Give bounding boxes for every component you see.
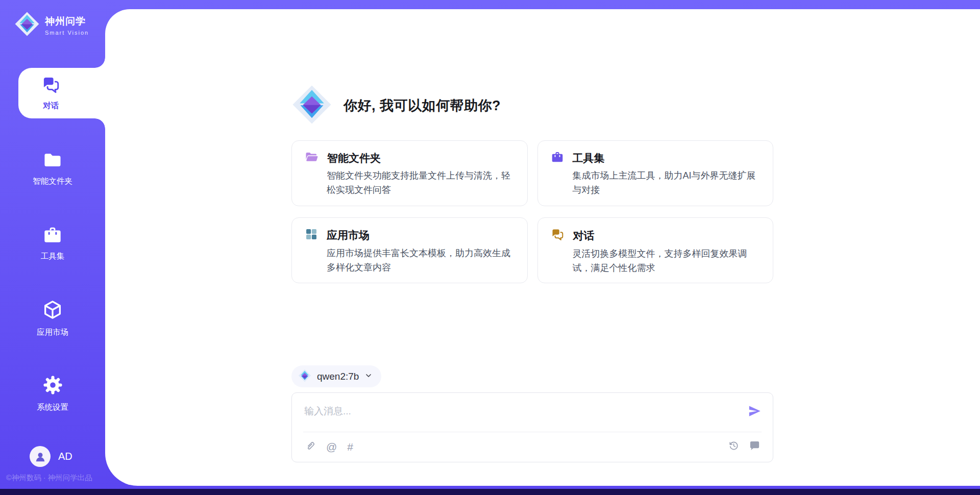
card-description: 智能文件夹功能支持批量文件上传与清洗，轻松实现文件问答 xyxy=(327,168,514,197)
copyright-footer: ©神州数码 · 神州问学出品 xyxy=(6,473,92,483)
sidebar: 神州问学 Smart Vision 对话 智能文件夹 xyxy=(0,0,105,495)
chat-icon xyxy=(551,228,565,243)
user-initials: AD xyxy=(58,451,72,462)
main-panel: 你好, 我可以如何帮助你? 智能文件夹 智能文件夹功能支持批量文件上传与清洗，轻… xyxy=(105,9,980,486)
model-diamond-icon xyxy=(298,369,311,384)
card-chat[interactable]: 对话 灵活切换多模型文件，支持多样回复效果调试，满足个性化需求 xyxy=(537,217,774,283)
chat-icon xyxy=(41,75,61,96)
chat-home-content: 你好, 我可以如何帮助你? 智能文件夹 智能文件夹功能支持批量文件上传与清洗，轻… xyxy=(291,9,773,486)
send-icon[interactable] xyxy=(748,404,762,418)
mention-icon[interactable]: @ xyxy=(326,441,337,453)
app-window: 神州问学 Smart Vision 对话 智能文件夹 xyxy=(0,0,980,495)
model-selector[interactable]: qwen2:7b xyxy=(291,365,381,387)
card-description: 应用市场提供丰富长文本模板，助力高效生成多样化文章内容 xyxy=(327,246,514,275)
sidebar-item-label: 智能文件夹 xyxy=(33,176,72,187)
greeting-block: 你好, 我可以如何帮助你? xyxy=(291,84,501,127)
composer-divider xyxy=(303,432,762,432)
message-composer: @ # xyxy=(291,392,773,462)
feature-cards: 智能文件夹 智能文件夹功能支持批量文件上传与清洗，轻松实现文件问答 xyxy=(291,140,773,283)
chevron-down-icon xyxy=(364,372,373,382)
cube-icon xyxy=(42,299,63,323)
user-profile[interactable]: AD xyxy=(30,446,72,467)
sidebar-item-smart-folder[interactable]: 智能文件夹 xyxy=(0,151,105,187)
card-title: 工具集 xyxy=(573,151,605,165)
card-title: 智能文件夹 xyxy=(327,151,381,165)
grid-icon xyxy=(305,228,318,243)
person-icon xyxy=(34,450,47,463)
sidebar-item-app-market[interactable]: 应用市场 xyxy=(0,299,105,338)
briefcase-icon xyxy=(551,151,564,165)
model-name: qwen2:7b xyxy=(317,371,359,382)
card-toolset[interactable]: 工具集 集成市场上主流工具，助力AI与外界无缝扩展与对接 xyxy=(537,140,774,206)
sidebar-item-label: 对话 xyxy=(43,101,59,111)
folder-open-icon xyxy=(305,151,318,165)
gear-icon xyxy=(42,375,63,398)
history-icon[interactable] xyxy=(728,440,740,454)
paperclip-icon[interactable] xyxy=(304,440,316,454)
bottom-strip xyxy=(0,489,980,495)
brand-logo-block: 神州问学 Smart Vision xyxy=(14,11,89,39)
avatar xyxy=(30,446,51,467)
assistant-diamond-icon xyxy=(291,84,332,127)
card-title: 应用市场 xyxy=(327,228,370,242)
greeting-title: 你好, 我可以如何帮助你? xyxy=(344,96,501,115)
briefcase-icon xyxy=(42,225,63,246)
brand-subtitle: Smart Vision xyxy=(45,30,89,36)
sidebar-item-chat[interactable]: 对话 xyxy=(18,68,105,118)
card-smart-folder[interactable]: 智能文件夹 智能文件夹功能支持批量文件上传与清洗，轻松实现文件问答 xyxy=(291,140,528,206)
composer-tools: @ # xyxy=(304,440,353,454)
card-description: 灵活切换多模型文件，支持多样回复效果调试，满足个性化需求 xyxy=(573,246,761,275)
composer-right-tools xyxy=(728,440,761,454)
tab-flare-bottom xyxy=(95,118,105,129)
card-title: 对话 xyxy=(573,229,595,243)
tab-flare-top xyxy=(95,58,105,68)
card-app-market[interactable]: 应用市场 应用市场提供丰富长文本模板，助力高效生成多样化文章内容 xyxy=(291,217,528,283)
sidebar-item-label: 系统设置 xyxy=(37,402,68,413)
brand-diamond-icon xyxy=(14,11,40,39)
message-icon[interactable] xyxy=(749,440,761,454)
message-input[interactable] xyxy=(304,402,723,420)
sidebar-item-label: 应用市场 xyxy=(37,327,68,338)
folder-icon xyxy=(42,151,63,171)
card-description: 集成市场上主流工具，助力AI与外界无缝扩展与对接 xyxy=(573,168,761,197)
sidebar-item-settings[interactable]: 系统设置 xyxy=(0,375,105,413)
brand-name: 神州问学 xyxy=(45,15,89,28)
hash-icon[interactable]: # xyxy=(347,441,353,453)
sidebar-item-toolset[interactable]: 工具集 xyxy=(0,225,105,262)
sidebar-item-label: 工具集 xyxy=(41,251,65,262)
